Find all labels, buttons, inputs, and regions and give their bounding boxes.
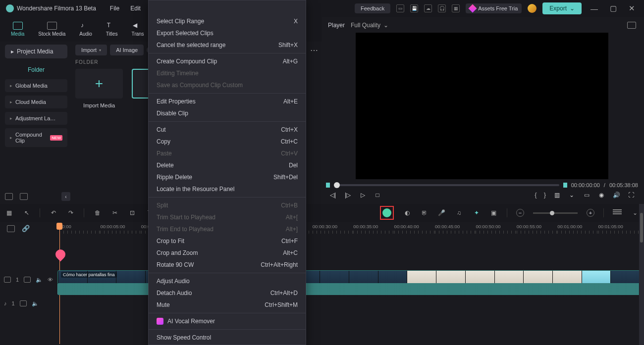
user-avatar[interactable] [528, 4, 537, 13]
link-icon[interactable]: 🔗 [22, 225, 30, 232]
split-button[interactable]: ✂ [110, 209, 119, 217]
ctx-select-clip-range[interactable]: Select Clip RangeX [149, 15, 306, 27]
chevron-down-icon[interactable]: ⌄ [568, 192, 576, 198]
ctx-detach-audio[interactable]: Detach AudioCtrl+Alt+D [149, 287, 306, 299]
mute-icon[interactable]: 🔈 [36, 277, 43, 283]
prev-frame-button[interactable]: ◁| [329, 192, 337, 198]
zoom-out-button[interactable]: − [516, 209, 524, 217]
in-marker[interactable] [326, 183, 330, 188]
cloud-icon[interactable]: ☁ [424, 4, 432, 12]
minimize-button[interactable]: — [588, 4, 601, 13]
ctx-crop-and-zoom[interactable]: Crop and ZoomAlt+C [149, 247, 306, 259]
ctx-cut[interactable]: CutCtrl+X [149, 124, 306, 136]
time-ruler[interactable]: 00:00 00:00:05:00 00:00:10:00 00:00:30:0… [59, 224, 639, 234]
tab-stock-media[interactable]: Stock Media [31, 22, 72, 37]
marker-icon[interactable] [54, 247, 67, 261]
assets-button[interactable]: Assets Free Tria [466, 3, 522, 13]
quality-selector[interactable]: Full Quality⌄ [351, 22, 388, 29]
ctx-show-speed-control[interactable]: Show Speed Control [149, 332, 306, 344]
play-button[interactable]: ▷ [359, 192, 367, 198]
select-tool-icon[interactable]: ▦ [5, 209, 13, 217]
zoom-slider[interactable] [533, 212, 578, 214]
folder-label[interactable]: Folder [5, 63, 67, 79]
fullscreen-icon[interactable]: ⛶ [627, 192, 635, 198]
stop-button[interactable]: □ [374, 192, 381, 198]
keyframe-icon[interactable]: ▣ [489, 209, 498, 217]
ctx-create-compound-clip[interactable]: Create Compound ClipAlt+G [149, 55, 306, 67]
menu-edit[interactable]: Edit [130, 5, 141, 12]
shield-icon[interactable]: ⛨ [420, 209, 429, 217]
zoom-in-button[interactable]: + [587, 209, 594, 217]
ctx-ripple-delete[interactable]: Ripple DeleteShift+Del [149, 171, 306, 183]
seek-bar[interactable] [334, 184, 559, 186]
tab-titles[interactable]: TTitles [99, 22, 125, 37]
export-button[interactable]: Export⌄ [542, 2, 582, 14]
more-timeline-icon[interactable]: ⌄ [631, 209, 639, 217]
ctx-export-selected-clips[interactable]: Export Selected Clips [149, 27, 306, 39]
screen-icon[interactable]: ▭ [396, 4, 404, 12]
ai-image-chip[interactable]: AI Image [110, 45, 144, 55]
tab-media[interactable]: Media [4, 22, 31, 37]
out-marker[interactable] [563, 183, 567, 188]
sidebar-item-global-media[interactable]: ▸Global Media [5, 79, 67, 92]
ctx-rotate-90-cw[interactable]: Rotate 90 CWCtrl+Alt+Right [149, 259, 306, 271]
sidebar-item-compound-clip[interactable]: ▸Compound ClipNEW [5, 128, 67, 147]
menu-file[interactable]: File [110, 5, 119, 12]
collapse-sidebar-button[interactable]: ‹ [61, 192, 70, 201]
mic-icon[interactable]: 🎤 [437, 209, 446, 217]
volume-icon[interactable]: 🔊 [612, 192, 620, 198]
project-media-button[interactable]: ▸Project Media [5, 45, 67, 58]
ctx-crop-to-fit[interactable]: Crop to FitCtrl+F [149, 235, 306, 247]
ratio-icon[interactable]: ▥ [553, 192, 561, 198]
view-options-button[interactable] [613, 209, 622, 216]
ctx-locate-resource-panel[interactable]: Locate in the Resource Panel [149, 183, 306, 195]
color-button[interactable]: ◐ [403, 209, 411, 217]
apps-icon[interactable]: ▦ [452, 4, 460, 12]
video-track-icon[interactable] [4, 277, 11, 283]
sidebar-item-adjustment[interactable]: ▸Adjustment La… [5, 112, 67, 125]
ctx-edit-properties[interactable]: Edit PropertiesAlt+E [149, 96, 306, 107]
tab-transitions[interactable]: ◀Trans [124, 22, 151, 37]
eye-icon[interactable]: 👁 [48, 277, 53, 283]
ctx-delete[interactable]: DeleteDel [149, 159, 306, 171]
undo-button[interactable]: ↶ [49, 209, 57, 217]
lock-icon[interactable] [24, 277, 31, 283]
ctx-cancel-selected-range[interactable]: Cancel the selected rangeShift+X [149, 39, 306, 51]
video-preview[interactable] [356, 33, 608, 179]
display-icon[interactable]: ▭ [583, 192, 590, 198]
feedback-button[interactable]: Feedback [355, 3, 390, 13]
timeline-scrollbar[interactable] [639, 204, 644, 345]
save-icon[interactable]: 💾 [410, 4, 418, 12]
import-chip[interactable]: Import▾ [75, 45, 107, 55]
audio-note-icon[interactable]: ♪ [4, 300, 7, 306]
ctx-disable-clip[interactable]: Disable Clip [149, 107, 306, 119]
mark-out-button[interactable]: } [544, 191, 546, 198]
pointer-tool-icon[interactable]: ↖ [22, 209, 31, 217]
redo-button[interactable]: ↷ [66, 209, 75, 217]
ctx-ai-vocal-remover[interactable]: AI Vocal Remover [149, 315, 306, 327]
new-folder-icon[interactable] [5, 193, 13, 200]
lock-icon[interactable] [20, 300, 27, 306]
sidebar-item-cloud-media[interactable]: ▸Cloud Media [5, 96, 67, 108]
ctx-copy[interactable]: CopyCtrl+C [149, 136, 306, 148]
folder-plus-icon[interactable] [20, 193, 28, 200]
maximize-button[interactable]: ▢ [607, 4, 620, 13]
ctx-mute[interactable]: MuteCtrl+Shift+M [149, 299, 306, 311]
delete-button[interactable]: 🗑 [93, 209, 102, 217]
close-button[interactable]: ✕ [626, 4, 638, 13]
audio-clip[interactable] [57, 283, 640, 295]
more-icon[interactable]: ⋯ [310, 46, 319, 55]
tab-audio[interactable]: ♪Audio [72, 22, 99, 37]
support-icon[interactable]: 🎧 [438, 4, 446, 12]
crop-button[interactable]: ⊡ [128, 209, 136, 217]
music-icon[interactable]: ♫ [455, 209, 463, 217]
ctx-adjust-audio[interactable]: Adjust Audio [149, 275, 306, 287]
camera-icon[interactable]: ◉ [597, 192, 605, 198]
mute-icon[interactable]: 🔈 [32, 300, 39, 307]
timeline-layout-icon[interactable] [7, 225, 15, 232]
step-button[interactable]: |▷ [344, 192, 352, 198]
ai-copilot-toolbar-button[interactable] [380, 206, 394, 220]
snapshot-icon[interactable] [627, 22, 636, 29]
effects-icon[interactable]: ✦ [472, 209, 481, 217]
import-media-tile[interactable]: + Import Media [75, 69, 123, 108]
